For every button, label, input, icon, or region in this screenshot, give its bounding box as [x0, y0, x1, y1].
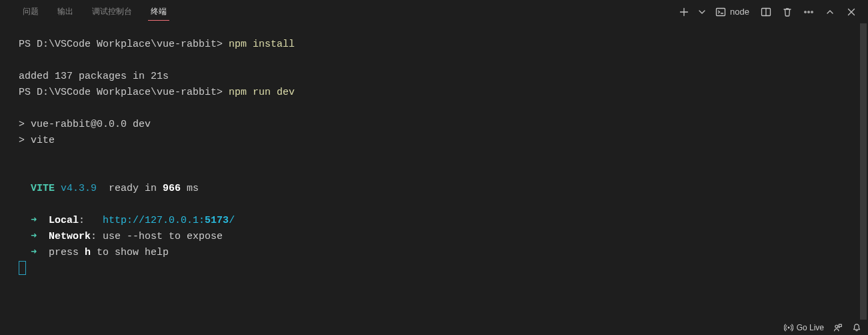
sep: :	[79, 215, 103, 226]
chevron-down-icon	[697, 7, 707, 17]
go-live-button[interactable]: Go Live	[784, 323, 824, 332]
terminal-line: > vite	[19, 135, 55, 146]
vite-version: v4.3.9	[61, 183, 97, 194]
kill-terminal-button[interactable]	[779, 3, 796, 21]
arrow-icon: ➜	[19, 231, 49, 242]
command-text: npm run dev	[229, 87, 295, 98]
svg-point-4	[811, 11, 813, 12]
help-pre: press	[49, 247, 85, 258]
maximize-panel-button[interactable]	[821, 3, 839, 21]
terminal-line: > vue-rabbit@0.0.0 dev	[19, 119, 151, 130]
svg-rect-0	[717, 8, 725, 15]
new-terminal-button[interactable]	[675, 3, 693, 21]
feedback-button[interactable]	[833, 323, 843, 332]
ready-time: 966	[163, 183, 181, 194]
notifications-button[interactable]	[852, 323, 861, 332]
command-text: npm install	[229, 39, 295, 50]
terminal-scrollbar[interactable]	[859, 23, 868, 320]
new-terminal-dropdown[interactable]	[697, 3, 707, 21]
prompt: PS D:\VSCode Workplace\vue-rabbit>	[19, 87, 229, 98]
arrow-icon: ➜	[19, 247, 49, 258]
local-url[interactable]: http://127.0.0.1:5173/	[103, 215, 235, 226]
help-key: h	[85, 247, 91, 258]
terminal-panel: PS D:\VSCode Workplace\vue-rabbit> npm i…	[0, 23, 868, 320]
launch-profile-label: node	[730, 7, 749, 17]
prompt: PS D:\VSCode Workplace\vue-rabbit>	[19, 39, 229, 50]
svg-point-5	[787, 327, 789, 329]
vite-label: VITE	[19, 183, 61, 194]
plus-icon	[679, 7, 689, 17]
status-bar: Go Live	[0, 320, 868, 335]
tab-label: 输出	[57, 7, 73, 16]
svg-point-3	[808, 11, 809, 12]
network-label: Network	[49, 231, 91, 242]
terminal-cursor	[19, 261, 26, 275]
split-terminal-button[interactable]	[757, 3, 775, 21]
terminal[interactable]: PS D:\VSCode Workplace\vue-rabbit> npm i…	[0, 23, 868, 320]
broadcast-icon	[784, 323, 793, 332]
close-icon	[846, 7, 857, 17]
ready-suffix: ms	[181, 183, 199, 194]
close-panel-button[interactable]	[843, 3, 860, 21]
arrow-icon: ➜	[19, 215, 49, 226]
tab-label: 问题	[23, 7, 39, 16]
launch-profile-dropdown[interactable]: node	[711, 3, 753, 21]
tab-label: 调试控制台	[92, 7, 132, 16]
svg-point-2	[805, 11, 806, 12]
help-suf: to show help	[91, 247, 169, 258]
chevron-up-icon	[825, 7, 835, 17]
terminal-icon	[715, 7, 726, 17]
bell-icon	[852, 323, 861, 332]
tab-terminal[interactable]: 终端	[141, 0, 176, 23]
tab-debug-console[interactable]: 调试控制台	[83, 0, 141, 23]
scroll-thumb[interactable]	[860, 23, 867, 320]
ellipsis-icon	[803, 7, 814, 17]
person-feedback-icon	[833, 323, 843, 332]
panel-tabs: 问题 输出 调试控制台 终端	[13, 0, 176, 23]
tab-problems[interactable]: 问题	[13, 0, 48, 23]
terminal-line: added 137 packages in 21s	[19, 71, 169, 82]
tab-output[interactable]: 输出	[48, 0, 83, 23]
panel-toolbar: node	[675, 3, 860, 21]
svg-point-6	[835, 325, 838, 328]
ready-text: ready in	[97, 183, 163, 194]
split-horizontal-icon	[761, 7, 771, 17]
more-actions-button[interactable]	[800, 3, 817, 21]
trash-icon	[782, 7, 793, 17]
network-rest: : use --host to expose	[91, 231, 223, 242]
tab-label: 终端	[151, 7, 167, 16]
go-live-label: Go Live	[797, 323, 824, 332]
panel-tabbar: 问题 输出 调试控制台 终端 node	[0, 0, 868, 23]
local-label: Local	[49, 215, 79, 226]
